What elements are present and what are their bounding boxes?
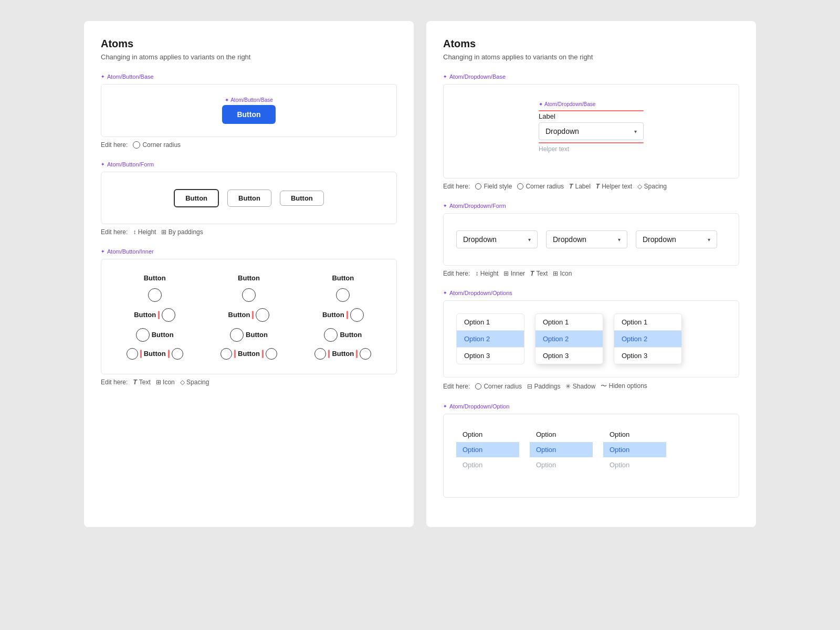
option-col-1-item-2[interactable]: Option: [456, 442, 519, 457]
chevron-down-icon-f1: ▾: [528, 237, 531, 243]
option-col-1-item-3[interactable]: Option: [456, 457, 519, 472]
dropdown-helper-text: Helper text: [539, 145, 569, 153]
edit-bar-dropdown-options: Edit here: Corner radius ⊟ Paddings ✳ Sh…: [443, 382, 739, 391]
left-panel-subtitle: Changing in atoms applies to variants on…: [101, 53, 397, 61]
section-box-dropdown-options: Option 1 Option 2 Option 3 Option 1 Opti…: [443, 300, 739, 377]
section-button-inner: Atom/Button/Inner Button Button: [101, 248, 397, 386]
option-col-3-item-3[interactable]: Option: [603, 457, 666, 472]
circle-icon-1: [148, 288, 162, 302]
section-button-form: Atom/Button/Form Button Button Button Ed…: [101, 161, 397, 236]
option-col-2-item-3[interactable]: Option: [530, 457, 593, 472]
edit-icon: ⊞ Icon: [156, 379, 175, 386]
option-item-2-3[interactable]: Option 3: [536, 348, 603, 364]
atom-label-dropdown-option: Atom/Dropdown/Option: [443, 403, 739, 410]
circle-icon-a3: [314, 348, 326, 360]
atom-label-button-base: Atom/Button/Base: [101, 74, 397, 80]
red-bar-icon-a3: [328, 350, 330, 358]
options-list-3: Option 1 Option 2 Option 3: [614, 313, 682, 364]
edit-text: T Text: [133, 379, 150, 386]
left-panel-title: Atoms: [101, 38, 397, 50]
inner-label-2: Button: [238, 274, 260, 282]
btn-icon-row-31: Button: [322, 308, 364, 322]
right-panel: Atoms Changing in atoms applies to varia…: [426, 21, 756, 527]
atom-label-button-inner: Atom/Button/Inner: [101, 248, 397, 255]
btn-icon-row-1: Button: [134, 308, 175, 322]
red-bar-icon-21: [252, 311, 254, 319]
red-bar-icon-b1: [168, 350, 170, 358]
section-box-dropdown-base: ✦Atom/Dropdown/Base Label Dropdown ▾ Hel…: [443, 84, 739, 178]
option-col-3-item-2[interactable]: Option: [603, 442, 666, 457]
atom-label-dropdown-options: Atom/Dropdown/Options: [443, 290, 739, 296]
atom-label-dropdown-form: Atom/Dropdown/Form: [443, 203, 739, 209]
option-col-3-item-1[interactable]: Option: [603, 427, 666, 442]
dropdown-base-label: Label: [539, 112, 555, 120]
option-col-3: Option Option Option: [603, 427, 666, 472]
inner-col-3: Button Button Button: [302, 274, 384, 360]
btn-icon-row-33: Button: [314, 348, 371, 360]
edit-by-paddings: ⊞ By paddings: [161, 228, 203, 236]
atom-label-button-form: Atom/Button/Form: [101, 161, 397, 167]
edit-bar-button-inner: Edit here: T Text ⊞ Icon ◇ Spacing: [101, 379, 397, 386]
inner-label-3: Button: [332, 274, 354, 282]
option-item-1-3[interactable]: Option 3: [457, 348, 524, 364]
options-list-2: Option 1 Option 2 Option 3: [535, 313, 603, 364]
circle-icon-2: [242, 288, 256, 302]
dropdown-form-2[interactable]: Dropdown ▾: [546, 230, 627, 248]
option-item-2-1[interactable]: Option 1: [536, 314, 603, 330]
section-button-base: Atom/Button/Base ✦Atom/Button/Base Butto…: [101, 74, 397, 149]
option-item-1-1[interactable]: Option 1: [457, 314, 524, 330]
inner-label-1: Button: [144, 274, 166, 282]
inner-grid: Button Button Button: [114, 274, 384, 360]
btn-icon-row-2: Button: [136, 328, 174, 342]
edit-label-base: Edit here:: [101, 141, 128, 149]
page-wrapper: Atoms Changing in atoms applies to varia…: [84, 21, 756, 527]
btn-icon-row-3: Button: [127, 348, 183, 360]
radio-icon: [133, 141, 140, 149]
right-panel-subtitle: Changing in atoms applies to variants on…: [443, 53, 739, 61]
edit-label-form: Edit here:: [101, 228, 128, 236]
edit-label-inner: Edit here:: [101, 379, 128, 386]
dropdown-base-select[interactable]: Dropdown ▾: [539, 122, 644, 140]
edit-bar-button-base: Edit here: Corner radius: [101, 141, 397, 149]
option-col-2-item-1[interactable]: Option: [530, 427, 593, 442]
button-base-btn[interactable]: Button: [222, 105, 275, 124]
edit-height: ↕ Height: [133, 228, 156, 236]
form-button-1[interactable]: Button: [174, 189, 219, 207]
circle-icon-row-31: [350, 308, 364, 322]
red-bar-icon-b2: [262, 350, 264, 358]
form-button-3[interactable]: Button: [280, 191, 324, 206]
circle-icon-a1: [127, 348, 138, 360]
atom-tag-button-base: ✦Atom/Button/Base: [225, 97, 273, 103]
dropdown-form-3[interactable]: Dropdown ▾: [636, 230, 717, 248]
form-button-2[interactable]: Button: [227, 190, 271, 207]
btn-icon-row-22: Button: [230, 328, 268, 342]
section-box-dropdown-form: Dropdown ▾ Dropdown ▾ Dropdown ▾: [443, 213, 739, 266]
option-col-1: Option Option Option: [456, 427, 519, 472]
circle-icon-a2: [220, 348, 232, 360]
section-dropdown-options: Atom/Dropdown/Options Option 1 Option 2 …: [443, 290, 739, 391]
btn-icon-row-21: Button: [228, 308, 270, 322]
section-dropdown-base: Atom/Dropdown/Base ✦Atom/Dropdown/Base L…: [443, 74, 739, 190]
inner-col-2: Button Button Button: [208, 274, 289, 360]
circle-icon-row-21: [256, 308, 269, 322]
option-item-1-2[interactable]: Option 2: [457, 331, 524, 347]
button-form-row: Button Button Button: [174, 189, 324, 207]
option-item-3-1[interactable]: Option 1: [614, 314, 681, 330]
red-bar-icon-a1: [140, 350, 142, 358]
option-col-1-item-1[interactable]: Option: [456, 427, 519, 442]
red-bar-icon-31: [346, 311, 348, 319]
edit-bar-dropdown-form: Edit here: ↕ Height ⊞ Inner T Text ⊞ Ico…: [443, 270, 739, 277]
option-item-3-2[interactable]: Option 2: [614, 331, 681, 347]
dropdown-form-1[interactable]: Dropdown ▾: [456, 230, 538, 248]
option-item-2-2[interactable]: Option 2: [536, 331, 603, 347]
atom-tag-dropdown-base: ✦Atom/Dropdown/Base: [539, 101, 595, 107]
section-box-button-form: Button Button Button: [101, 172, 397, 224]
circle-icon-b2: [266, 348, 277, 360]
red-bar-icon-b3: [356, 350, 358, 358]
edit-spacing: ◇ Spacing: [180, 379, 209, 386]
option-item-3-3[interactable]: Option 3: [614, 348, 681, 364]
circle-icon-b3: [360, 348, 371, 360]
right-panel-title: Atoms: [443, 38, 739, 50]
option-col-2-item-2[interactable]: Option: [530, 442, 593, 457]
edit-bar-button-form: Edit here: ↕ Height ⊞ By paddings: [101, 228, 397, 236]
